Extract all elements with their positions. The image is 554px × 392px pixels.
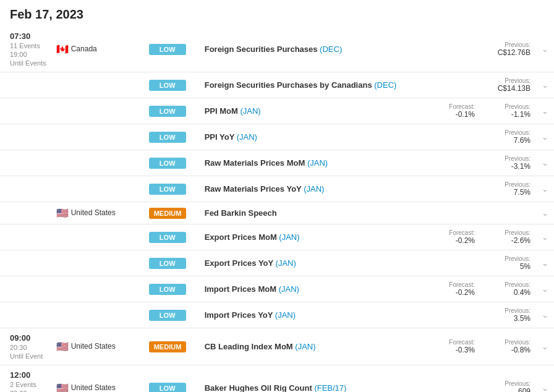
chevron-cell[interactable]: ⌄ xyxy=(535,150,554,176)
previous-value: 3.5% xyxy=(485,314,531,323)
previous-value: 5% xyxy=(485,262,531,271)
forecast-cell xyxy=(424,202,480,224)
chevron-down-icon: ⌄ xyxy=(542,383,548,392)
event-name: Foreign Securities Purchases by Canadian… xyxy=(205,80,397,90)
impact-cell: LOW xyxy=(144,98,200,124)
previous-label: Previous: xyxy=(485,41,531,48)
chevron-down-icon: ⌄ xyxy=(542,342,548,351)
table-row[interactable]: LOWImport Prices YoY (JAN)Previous:3.5%⌄ xyxy=(0,302,554,328)
table-row[interactable]: LOWPPI MoM (JAN)Forecast:-0.1%Previous:-… xyxy=(0,98,554,124)
event-cell: Export Prices YoY (JAN) xyxy=(200,250,424,276)
previous-cell: Previous:-3.1% xyxy=(480,150,535,176)
previous-label: Previous: xyxy=(485,129,531,136)
chevron-down-icon: ⌄ xyxy=(542,184,548,194)
impact-badge: LOW xyxy=(149,44,186,55)
previous-cell: Previous:C$12.76B xyxy=(480,27,535,72)
table-row[interactable]: 12:00 2 Events 23:30 Until Events🇺🇸Unite… xyxy=(0,365,554,393)
event-name: PPI YoY (JAN) xyxy=(205,132,257,142)
event-period: (JAN) xyxy=(276,258,296,268)
chevron-cell[interactable]: ⌄ xyxy=(535,328,554,365)
forecast-cell xyxy=(424,302,480,328)
table-row[interactable]: LOWRaw Materials Prices MoM (JAN)Previou… xyxy=(0,150,554,176)
previous-cell xyxy=(480,202,535,224)
previous-value: 7.5% xyxy=(485,188,531,197)
event-period: (JAN) xyxy=(307,158,328,168)
time-cell xyxy=(0,72,51,98)
chevron-cell[interactable]: ⌄ xyxy=(535,250,554,276)
chevron-cell[interactable]: ⌄ xyxy=(535,224,554,250)
previous-value: C$12.76B xyxy=(485,48,531,57)
impact-cell: LOW xyxy=(144,150,200,176)
table-row[interactable]: 07:30 11 Events 19:00 Until Events🇨🇦Cana… xyxy=(0,27,554,72)
table-row[interactable]: LOWImport Prices MoM (JAN)Forecast:-0.2%… xyxy=(0,276,554,302)
previous-label: Previous: xyxy=(485,229,531,236)
previous-label: Previous: xyxy=(485,103,531,110)
table-row[interactable]: LOWRaw Materials Prices YoY (JAN)Previou… xyxy=(0,176,554,202)
country-cell xyxy=(51,302,144,328)
chevron-down-icon: ⌄ xyxy=(542,132,548,142)
previous-value: 609 xyxy=(485,387,531,392)
table-row[interactable]: LOWExport Prices MoM (JAN)Forecast:-0.2%… xyxy=(0,224,554,250)
previous-value: -0.8% xyxy=(485,346,531,354)
event-cell: Export Prices MoM (JAN) xyxy=(200,224,424,250)
chevron-cell[interactable]: ⌄ xyxy=(535,276,554,302)
previous-cell: Previous:-0.8% xyxy=(480,328,535,365)
event-cell: CB Leading Index MoM (JAN) xyxy=(200,328,424,365)
impact-cell: LOW xyxy=(144,27,200,72)
chevron-cell[interactable]: ⌄ xyxy=(535,365,554,393)
time-cell xyxy=(0,98,51,124)
chevron-down-icon: ⌄ xyxy=(542,232,548,242)
previous-label: Previous: xyxy=(485,77,531,84)
flag-icon: 🇺🇸 xyxy=(56,383,69,392)
impact-badge: LOW xyxy=(149,106,186,117)
table-row[interactable]: LOWPPI YoY (JAN)Previous:7.6%⌄ xyxy=(0,124,554,150)
country-cell xyxy=(51,276,144,302)
calendar-table: 07:30 11 Events 19:00 Until Events🇨🇦Cana… xyxy=(0,27,554,392)
chevron-cell[interactable]: ⌄ xyxy=(535,72,554,98)
event-cell: PPI MoM (JAN) xyxy=(200,98,424,124)
time-cell: 07:30 11 Events 19:00 Until Events xyxy=(0,27,51,72)
country-cell xyxy=(51,176,144,202)
chevron-cell[interactable]: ⌄ xyxy=(535,98,554,124)
forecast-label: Forecast: xyxy=(429,229,475,236)
table-row[interactable]: 🇺🇸United StatesMEDIUMFed Barkin Speech ⌄ xyxy=(0,202,554,224)
previous-label: Previous: xyxy=(485,255,531,262)
previous-cell: Previous:-1.1% xyxy=(480,98,535,124)
forecast-label: Forecast: xyxy=(429,339,475,346)
previous-value: -3.1% xyxy=(485,162,531,171)
event-name: Import Prices YoY (JAN) xyxy=(205,310,296,320)
chevron-cell[interactable]: ⌄ xyxy=(535,176,554,202)
forecast-cell xyxy=(424,72,480,98)
table-row[interactable]: LOWExport Prices YoY (JAN)Previous:5%⌄ xyxy=(0,250,554,276)
impact-badge: LOW xyxy=(149,184,186,195)
time-cell xyxy=(0,150,51,176)
impact-cell: LOW xyxy=(144,302,200,328)
country-cell: 🇺🇸United States xyxy=(51,328,144,365)
previous-label: Previous: xyxy=(485,339,531,346)
time-cell: 12:00 2 Events 23:30 Until Events xyxy=(0,365,51,393)
event-period: (JAN) xyxy=(295,342,315,351)
event-period: (JAN) xyxy=(240,106,260,116)
table-row[interactable]: LOWForeign Securities Purchases by Canad… xyxy=(0,72,554,98)
chevron-cell[interactable]: ⌄ xyxy=(535,124,554,150)
country-cell xyxy=(51,124,144,150)
impact-badge: LOW xyxy=(149,310,186,321)
time-cell xyxy=(0,276,51,302)
impact-badge: LOW xyxy=(149,232,186,243)
chevron-cell[interactable]: ⌄ xyxy=(535,302,554,328)
table-row[interactable]: 09:00 20:30 Until Event🇺🇸United StatesME… xyxy=(0,328,554,365)
impact-cell: LOW xyxy=(144,176,200,202)
chevron-cell[interactable]: ⌄ xyxy=(535,202,554,224)
time-cell xyxy=(0,124,51,150)
country-cell xyxy=(51,150,144,176)
impact-cell: LOW xyxy=(144,224,200,250)
time-cell xyxy=(0,224,51,250)
chevron-down-icon: ⌄ xyxy=(542,284,548,294)
chevron-cell[interactable]: ⌄ xyxy=(535,27,554,72)
forecast-cell: Forecast:-0.1% xyxy=(424,98,480,124)
event-name: Baker Hughes Oil Rig Count (FEB/17) xyxy=(205,383,347,392)
event-period: (FEB/17) xyxy=(314,383,346,392)
forecast-value: -0.1% xyxy=(429,110,475,119)
forecast-label: Forecast: xyxy=(429,281,475,288)
chevron-down-icon: ⌄ xyxy=(542,106,548,116)
